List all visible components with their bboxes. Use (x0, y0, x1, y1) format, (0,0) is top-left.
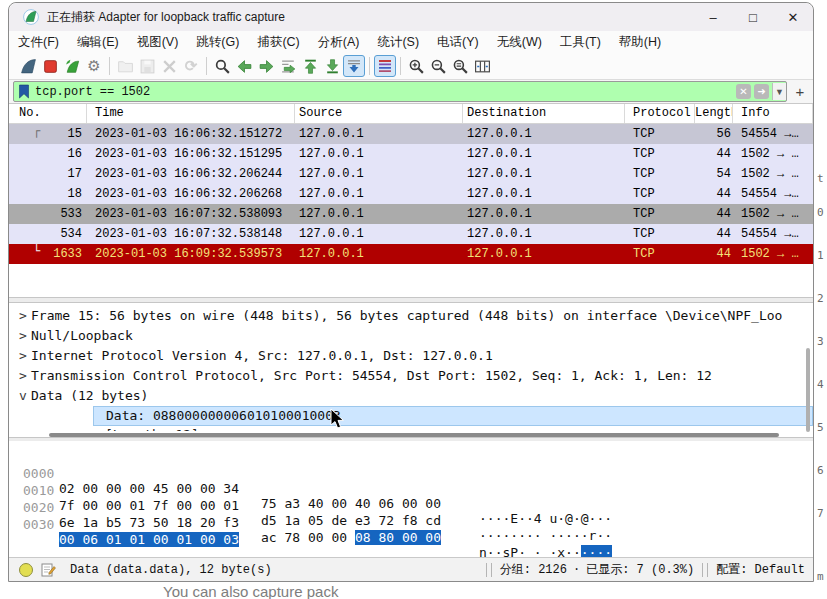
column-header-time[interactable]: Time (87, 104, 295, 123)
open-file-button[interactable] (114, 55, 136, 77)
filter-add-button[interactable]: + (791, 83, 809, 100)
menu-capture[interactable]: 捕获(C) (248, 32, 308, 53)
column-header-info[interactable]: Info (733, 104, 813, 123)
go-to-packet-button[interactable] (277, 55, 299, 77)
menu-view[interactable]: 视图(V) (128, 32, 188, 53)
packet-row[interactable]: 18 2023-01-03 16:06:32.206268 127.0.0.1 … (9, 184, 813, 204)
title-bar: 正在捕获 Adapter for loopback traffic captur… (9, 3, 813, 31)
hex-offset: 0030 (23, 517, 54, 532)
packet-time: 2023-01-03 16:07:32.538148 (87, 224, 295, 244)
chevron-right-icon[interactable]: > (15, 346, 31, 366)
packet-row[interactable]: 17 2023-01-03 16:06:32.206244 127.0.0.1 … (9, 164, 813, 184)
status-profile[interactable]: 配置: Default (716, 561, 805, 578)
detail-line-linktype[interactable]: >Null/Loopback (9, 326, 813, 346)
display-filter-input[interactable]: tcp.port == 1502 ✕ ➜ ▼ (13, 81, 787, 102)
auto-scroll-toggle[interactable] (343, 55, 365, 77)
first-packet-button[interactable] (299, 55, 321, 77)
start-capture-button[interactable] (17, 55, 39, 77)
packet-source: 127.0.0.1 (295, 224, 463, 244)
column-header-source[interactable]: Source (295, 104, 463, 123)
column-header-destination[interactable]: Destination (463, 104, 625, 123)
menu-file[interactable]: 文件(F) (9, 32, 68, 53)
maximize-button[interactable]: □ (733, 3, 773, 31)
menu-edit[interactable]: 编辑(E) (68, 32, 128, 53)
chevron-right-icon[interactable]: > (15, 326, 31, 346)
next-packet-button[interactable] (255, 55, 277, 77)
packet-row[interactable]: 533 2023-01-03 16:07:32.538093 127.0.0.1… (9, 204, 813, 224)
filter-apply-button[interactable]: ➜ (754, 84, 769, 99)
restart-capture-button[interactable] (61, 55, 83, 77)
minimize-button[interactable]: – (693, 3, 733, 31)
hex-row[interactable]: 0010 7f 00 00 01 7f 00 00 01 d5 1a 05 de… (9, 468, 813, 485)
menu-telephony[interactable]: 电话(Y) (428, 32, 488, 53)
zoom-out-button[interactable] (427, 55, 449, 77)
hex-row[interactable]: 0030 00 06 01 01 00 01 00 03 ········ (9, 502, 813, 519)
close-file-button[interactable] (158, 55, 180, 77)
details-vertical-scrollbar[interactable] (806, 348, 810, 432)
packet-source: 127.0.0.1 (295, 124, 463, 144)
detail-text: Transmission Control Protocol, Src Port:… (31, 368, 712, 383)
restart-fin-icon (64, 58, 81, 75)
packet-time: 2023-01-03 16:06:32.206268 (87, 184, 295, 204)
background-text-fragment: 0 (817, 206, 827, 219)
menu-help[interactable]: 帮助(H) (610, 32, 670, 53)
hex-row[interactable]: 0020 6e 1a b5 73 50 18 20 f3 ac 78 00 00… (9, 485, 813, 502)
packet-info: 1502 → … (733, 144, 813, 164)
last-packet-button[interactable] (321, 55, 343, 77)
zoom-in-button[interactable] (405, 55, 427, 77)
capture-options-button[interactable] (83, 55, 105, 77)
filter-value[interactable]: tcp.port == 1502 (35, 85, 736, 99)
previous-packet-button[interactable] (233, 55, 255, 77)
hex-row[interactable]: 0000 02 00 00 00 45 00 00 34 75 a3 40 00… (9, 451, 813, 468)
chevron-down-icon[interactable]: v (15, 386, 31, 406)
packet-row[interactable]: 534 2023-01-03 16:07:32.538148 127.0.0.1… (9, 224, 813, 244)
packet-source: 127.0.0.1 (295, 204, 463, 224)
status-displayed-count: 已显示: 7 (0.3%) (586, 561, 694, 578)
close-file-x-icon (161, 58, 178, 75)
detail-line-data[interactable]: vData (12 bytes) (9, 386, 813, 406)
column-header-protocol[interactable]: Protocol (625, 104, 695, 123)
packet-no: 16 (9, 144, 87, 164)
stop-capture-button[interactable] (39, 55, 61, 77)
detail-line-frame[interactable]: >Frame 15: 56 bytes on wire (448 bits), … (9, 306, 813, 326)
menu-tools[interactable]: 工具(T) (551, 32, 610, 53)
chevron-right-icon[interactable]: > (15, 306, 31, 326)
packet-row[interactable]: └ 1633 2023-01-03 16:09:32.539573 127.0.… (9, 244, 813, 264)
zoom-reset-button[interactable] (449, 55, 471, 77)
bookmark-icon[interactable] (17, 84, 31, 99)
detail-line-ip[interactable]: >Internet Protocol Version 4, Src: 127.0… (9, 346, 813, 366)
chevron-right-icon[interactable]: > (15, 366, 31, 386)
packet-row[interactable]: 16 2023-01-03 16:06:32.151295 127.0.0.1 … (9, 144, 813, 164)
filter-clear-button[interactable]: ✕ (736, 84, 751, 99)
expert-info-icon[interactable] (19, 563, 33, 577)
packet-no: 533 (9, 204, 87, 224)
detail-line-tcp[interactable]: >Transmission Control Protocol, Src Port… (9, 366, 813, 386)
menu-statistics[interactable]: 统计(S) (368, 32, 428, 53)
background-text-fragment: 3 (817, 335, 827, 348)
filter-dropdown-caret[interactable]: ▼ (772, 83, 786, 100)
colorize-toggle[interactable] (374, 55, 396, 77)
find-packet-button[interactable] (211, 55, 233, 77)
menu-wireless[interactable]: 无线(W) (488, 32, 551, 53)
packet-destination: 127.0.0.1 (463, 204, 625, 224)
close-button[interactable]: ✕ (773, 3, 813, 31)
related-packet-bracket: └ (33, 244, 40, 258)
detail-line-clipped[interactable]: [Length: 12] (93, 426, 813, 431)
window-controls: – □ ✕ (693, 3, 813, 31)
hex-bytes-highlighted: 08 80 00 00 (355, 530, 441, 545)
column-header-no[interactable]: No. (9, 104, 87, 123)
packet-row[interactable]: ┌ 15 2023-01-03 16:06:32.151272 127.0.0.… (9, 124, 813, 144)
packet-info: 54554 →… (733, 224, 813, 244)
packet-destination: 127.0.0.1 (463, 224, 625, 244)
zoom-in-icon (408, 58, 425, 75)
reload-file-button[interactable] (180, 55, 202, 77)
column-header-length[interactable]: Length (695, 104, 733, 123)
menu-go[interactable]: 跳转(G) (187, 32, 248, 53)
resize-columns-button[interactable] (471, 55, 493, 77)
background-text-fragment: 6 (817, 464, 827, 477)
save-file-button[interactable] (136, 55, 158, 77)
menu-analyze[interactable]: 分析(A) (309, 32, 369, 53)
packet-destination: 127.0.0.1 (463, 244, 625, 264)
capture-comment-icon[interactable] (41, 562, 56, 577)
detail-line-data-value-selected[interactable]: Data: 088000000006010100010003 (93, 406, 813, 426)
